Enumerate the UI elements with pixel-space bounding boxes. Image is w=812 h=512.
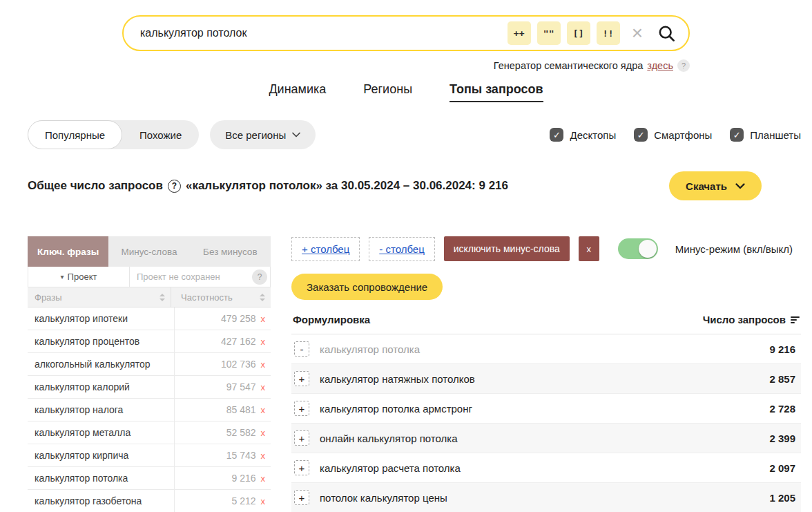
- frequency-value: 102 736: [221, 359, 256, 370]
- order-support-button[interactable]: Заказать сопровождение: [291, 274, 443, 300]
- operator-plus-button[interactable]: ++: [508, 21, 531, 45]
- pill-similar[interactable]: Похожие: [122, 120, 199, 149]
- remove-phrase-button[interactable]: x: [261, 382, 266, 392]
- clear-search-icon[interactable]: ×: [632, 23, 643, 43]
- expand-toggle-button[interactable]: -: [294, 341, 309, 357]
- operator-brackets-button[interactable]: []: [567, 21, 590, 45]
- toggle-knob: [639, 240, 657, 258]
- phrase-cell: калькулятор кирпича: [28, 444, 175, 466]
- frequency-cell: 102 736 x: [175, 353, 271, 375]
- tab-dynamics[interactable]: Динамика: [269, 82, 326, 102]
- search-bar: ++ "" [] !! ×: [122, 15, 690, 51]
- tab-top-queries[interactable]: Топы запросов: [450, 82, 543, 102]
- minus-mode-toggle[interactable]: [618, 238, 658, 259]
- download-button[interactable]: Скачать: [669, 171, 762, 200]
- query-phrase: калькулятор расчета потолка: [320, 462, 769, 474]
- tab-key-phrases[interactable]: Ключ. фразы: [28, 236, 108, 267]
- summary-row: Общее число запросов ? «калькулятор пото…: [0, 171, 812, 200]
- expand-toggle-button[interactable]: +: [294, 371, 309, 386]
- frequency-cell: 5 212 x: [175, 490, 271, 512]
- generator-help-icon[interactable]: ?: [677, 59, 690, 72]
- checkbox-tablets[interactable]: ✓ Планшеты: [730, 128, 801, 142]
- exclude-minus-words-button[interactable]: исключить минус-слова: [444, 236, 570, 261]
- expand-toggle-button[interactable]: +: [294, 490, 309, 505]
- phrase-cell: калькулятор металла: [28, 421, 175, 444]
- summary-query-period: «калькулятор потолок» за 30.05.2024 – 30…: [186, 179, 508, 193]
- device-filters: ✓ Десктопы ✓ Смартфоны ✓ Планшеты: [550, 128, 801, 142]
- query-count: 2 399: [769, 433, 797, 444]
- project-help-icon[interactable]: ?: [252, 269, 267, 285]
- keyword-row: калькулятор калорий 97 547 x: [28, 376, 271, 399]
- chevron-down-icon: [735, 183, 745, 189]
- phrase-cell: калькулятор газобетона: [28, 490, 175, 512]
- queries-table-header: Формулировка Число запросов: [291, 314, 801, 334]
- search-input[interactable]: [140, 27, 501, 39]
- frequency-value: 427 162: [221, 336, 256, 347]
- chevron-down-icon: [292, 132, 300, 138]
- frequency-cell: 15 743 x: [175, 444, 271, 466]
- tab-without-minuses[interactable]: Без минусов: [190, 236, 271, 267]
- region-selector[interactable]: Все регионы: [210, 120, 316, 149]
- mode-pill-group: Популярные Похожие: [28, 120, 199, 149]
- expand-toggle-button[interactable]: +: [294, 401, 309, 416]
- remove-phrase-button[interactable]: x: [261, 451, 266, 461]
- tab-regions[interactable]: Регионы: [363, 82, 412, 102]
- expand-toggle-button[interactable]: +: [294, 430, 309, 446]
- right-table-body: - калькулятор потолка 9 216 + калькулято…: [291, 334, 801, 512]
- checkbox-desktops[interactable]: ✓ Десктопы: [550, 128, 616, 142]
- project-status-text: Проект не сохранен: [137, 272, 220, 282]
- query-count: 2 857: [769, 373, 797, 385]
- queries-table: Формулировка Число запросов - калькулято…: [291, 314, 801, 512]
- operator-exclamation-button[interactable]: !!: [597, 21, 620, 45]
- tab-minus-words[interactable]: Минус-слова: [108, 236, 189, 267]
- minus-mode-label: Минус-режим (вкл/выкл): [675, 243, 793, 255]
- search-submit-button[interactable]: [655, 24, 679, 43]
- keyword-row: калькулятор налога 85 481 x: [28, 399, 271, 421]
- remove-phrase-button[interactable]: x: [261, 405, 266, 415]
- remove-phrase-button[interactable]: x: [261, 336, 266, 347]
- operator-quotes-button[interactable]: "": [537, 21, 561, 45]
- project-status-cell: Проект не сохранен ?: [130, 267, 271, 287]
- keywords-panel-tabs: Ключ. фразы Минус-слова Без минусов: [28, 236, 271, 267]
- checkbox-checked-icon: ✓: [730, 128, 744, 142]
- main-tabs: Динамика Регионы Топы запросов: [122, 82, 690, 102]
- header: ++ "" [] !! × Генератор семантического я…: [122, 15, 690, 102]
- query-row: + калькулятор натяжных потолков 2 857: [291, 364, 801, 394]
- keyword-row: калькулятор ипотеки 479 258 x: [28, 307, 271, 330]
- keyword-row: калькулятор потолка 9 216 x: [28, 467, 271, 490]
- queries-panel: + столбец - столбец исключить минус-слов…: [291, 236, 801, 512]
- checkbox-checked-icon: ✓: [550, 128, 563, 142]
- query-count: 2 097: [769, 462, 797, 474]
- exclude-close-button[interactable]: x: [579, 236, 599, 261]
- frequency-cell: 479 258 x: [175, 307, 271, 330]
- remove-phrase-button[interactable]: x: [261, 314, 266, 324]
- project-selector[interactable]: ▾ Проект: [28, 267, 130, 287]
- keyword-row: калькулятор процентов 427 162 x: [28, 330, 271, 353]
- expand-toggle-button[interactable]: +: [294, 460, 309, 475]
- frequency-cell: 52 582 x: [175, 421, 271, 444]
- add-column-button[interactable]: + столбец: [291, 237, 360, 261]
- query-count: 9 216: [769, 343, 797, 355]
- remove-column-button[interactable]: - столбец: [369, 237, 435, 261]
- sort-phrases-control[interactable]: [160, 294, 165, 301]
- sort-frequency-control[interactable]: [260, 294, 265, 301]
- semantic-core-line: Генератор семантического ядра здесь ?: [122, 59, 690, 72]
- phrase-cell: калькулятор процентов: [28, 330, 175, 352]
- query-phrase: онлайн калькулятор потолка: [320, 433, 769, 444]
- phrase-cell: калькулятор ипотеки: [28, 307, 175, 330]
- remove-phrase-button[interactable]: x: [261, 473, 266, 484]
- generator-here-link[interactable]: здесь: [647, 60, 673, 71]
- download-button-label: Скачать: [686, 180, 727, 192]
- pill-popular[interactable]: Популярные: [28, 120, 122, 149]
- frequency-value: 479 258: [221, 313, 256, 324]
- remove-phrase-button[interactable]: x: [261, 496, 266, 506]
- checkbox-smartphones[interactable]: ✓ Смартфоны: [634, 128, 712, 142]
- summary-help-icon[interactable]: ?: [168, 180, 181, 193]
- filter-left-group: Популярные Похожие Все регионы: [28, 120, 316, 149]
- column-header-query-count[interactable]: Число запросов: [703, 314, 800, 325]
- keyword-row: калькулятор кирпича 15 743 x: [28, 444, 271, 467]
- remove-phrase-button[interactable]: x: [261, 428, 266, 438]
- frequency-cell: 427 162 x: [175, 330, 271, 352]
- checkbox-smartphones-label: Смартфоны: [654, 129, 712, 141]
- remove-phrase-button[interactable]: x: [261, 359, 266, 370]
